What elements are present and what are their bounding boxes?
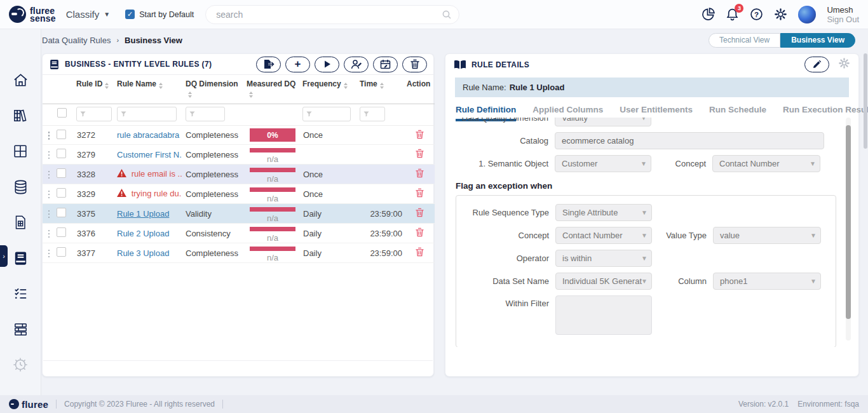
rule-name-link[interactable]: Rule 1 Upload: [117, 209, 169, 219]
drag-handle-icon[interactable]: [48, 151, 50, 159]
settings-gear-icon[interactable]: [774, 8, 787, 21]
data-set-name-select[interactable]: Individual 5K Generat▼: [555, 273, 652, 290]
module-selector[interactable]: Classify ▼: [66, 9, 110, 20]
rule-name-link[interactable]: rule abracadabra: [117, 130, 179, 140]
drag-handle-icon[interactable]: [48, 171, 50, 179]
delete-rule-icon[interactable]: [416, 149, 424, 158]
page-scrollbar-thumb[interactable]: [864, 53, 867, 149]
rule-sequence-type-select[interactable]: Single Attribute▼: [555, 204, 652, 221]
details-scrollbar-thumb[interactable]: [846, 125, 851, 319]
measured-dq-value: n/a: [267, 194, 278, 203]
operator-select[interactable]: is within▼: [555, 250, 652, 267]
user-avatar[interactable]: [798, 6, 816, 24]
sidebar-item-document[interactable]: [11, 213, 29, 231]
col-rule-name[interactable]: Rule Name: [115, 75, 184, 104]
breadcrumb-parent[interactable]: Data Quality Rules: [42, 36, 111, 45]
col-measured-dq[interactable]: Measured DQ: [245, 75, 301, 104]
business-view-button[interactable]: Business View: [780, 33, 855, 48]
within-filter-textarea[interactable]: [555, 295, 652, 335]
table-row[interactable]: 3375 Rule 1 Upload Validity n/a Daily 23…: [43, 204, 435, 224]
panel-settings-gear-icon[interactable]: [838, 57, 850, 72]
reports-pie-icon[interactable]: [702, 8, 715, 21]
rule-name-link[interactable]: Rule 2 Upload: [117, 229, 169, 238]
dq-dimension-filter-input[interactable]: [186, 107, 225, 121]
fluree-sense-logo[interactable]: fluree sense: [9, 6, 56, 23]
table-row[interactable]: 3329 trying rule du. Completeness n/a On…: [43, 184, 435, 204]
row-checkbox[interactable]: [57, 208, 66, 217]
sidebar-item-home[interactable]: [11, 71, 29, 89]
rule-id-cell: 3272: [74, 126, 115, 145]
concept-select[interactable]: Contact Number▼: [712, 155, 820, 172]
add-rule-button[interactable]: +: [285, 57, 310, 72]
delete-rule-icon[interactable]: [416, 227, 424, 237]
sidebar-item-database[interactable]: [11, 178, 29, 196]
help-icon[interactable]: ?: [750, 8, 763, 21]
dq-dimension-select[interactable]: Validity▼: [555, 118, 651, 126]
rule-name-filter-input[interactable]: [117, 107, 177, 121]
sidebar-item-scheduler-gear[interactable]: [11, 356, 29, 374]
delete-rule-icon[interactable]: [416, 188, 424, 198]
edit-rule-button[interactable]: [804, 57, 829, 72]
schedule-button[interactable]: [373, 57, 398, 72]
sidebar-item-checklist[interactable]: [11, 285, 29, 302]
table-row[interactable]: 3279 Customer First N. Completeness n/a: [43, 145, 435, 165]
rule-id-filter-input[interactable]: [76, 107, 112, 121]
concept-label: Concept: [651, 159, 706, 168]
notifications-bell-icon[interactable]: 3: [726, 8, 739, 21]
table-row[interactable]: 3272 rule abracadabra Completeness 0% On…: [43, 126, 435, 145]
start-by-default-checkbox[interactable]: ✓: [125, 10, 135, 19]
frequency-cell: Once: [301, 184, 358, 204]
rule-id-cell: 3376: [74, 224, 115, 243]
assign-user-button[interactable]: [344, 57, 369, 72]
row-checkbox[interactable]: [57, 130, 66, 139]
measured-dq-badge: [250, 148, 295, 152]
col-dq-dimension[interactable]: DQ Dimension: [184, 75, 245, 104]
drag-handle-icon[interactable]: [48, 132, 50, 140]
row-checkbox[interactable]: [57, 168, 66, 178]
table-row[interactable]: 3377 Rule 3 Upload Completeness n/a Dail…: [43, 243, 435, 263]
rule-name-link[interactable]: rule email is ..: [132, 169, 182, 179]
run-rule-button[interactable]: [315, 57, 339, 72]
drag-handle-icon[interactable]: [48, 210, 50, 219]
technical-view-button[interactable]: Technical View: [709, 33, 780, 48]
rule-name-link[interactable]: Rule 3 Upload: [117, 248, 169, 258]
select-all-checkbox[interactable]: [57, 108, 67, 118]
sidebar-item-server[interactable]: [11, 320, 29, 338]
sign-out-link[interactable]: Sign Out: [827, 15, 859, 24]
catalog-input[interactable]: ecommerce catalog: [555, 132, 824, 149]
col-rule-id[interactable]: Rule ID: [74, 75, 115, 104]
semantic-object-select[interactable]: Customer▼: [555, 155, 651, 172]
delete-rule-icon[interactable]: [416, 130, 424, 139]
time-filter-input[interactable]: [360, 107, 385, 121]
sidebar-item-grid[interactable]: [11, 142, 29, 160]
delete-rules-button[interactable]: [402, 57, 427, 72]
delete-rule-icon[interactable]: [416, 208, 424, 217]
search-input[interactable]: [205, 5, 459, 24]
row-checkbox[interactable]: [57, 247, 66, 257]
export-button[interactable]: [256, 57, 281, 72]
rule-name-link[interactable]: trying rule du.: [132, 189, 182, 198]
row-checkbox[interactable]: [57, 149, 66, 158]
value-type-select[interactable]: value▼: [713, 227, 821, 244]
table-row[interactable]: 3328 rule email is .. Completeness n/a O…: [43, 165, 435, 184]
delete-rule-icon[interactable]: [416, 168, 424, 178]
column-select[interactable]: phone1▼: [713, 273, 821, 290]
drag-handle-icon[interactable]: [48, 230, 50, 238]
dq-dimension-cell: Validity: [184, 204, 245, 224]
delete-rule-icon[interactable]: [416, 247, 424, 257]
rule-name-link[interactable]: Customer First N.: [117, 150, 182, 159]
table-row[interactable]: 3376 Rule 2 Upload Consistency n/a Daily…: [43, 224, 435, 243]
row-checkbox[interactable]: [57, 188, 66, 198]
drag-handle-icon[interactable]: [48, 191, 50, 199]
time-cell: 23:59:00: [358, 243, 405, 263]
col-time[interactable]: Time: [358, 75, 405, 104]
frequency-filter-input[interactable]: [302, 107, 351, 121]
col-frequency[interactable]: Frequency: [301, 75, 358, 104]
sidebar-item-library[interactable]: [11, 107, 29, 125]
sidebar-item-rules-book[interactable]: [11, 249, 29, 267]
drag-handle-icon[interactable]: [48, 250, 50, 258]
exception-concept-select[interactable]: Contact Number▼: [555, 227, 652, 244]
brand-text: fluree sense: [30, 7, 56, 22]
chevron-down-icon: ▼: [641, 118, 647, 126]
row-checkbox[interactable]: [57, 227, 66, 237]
